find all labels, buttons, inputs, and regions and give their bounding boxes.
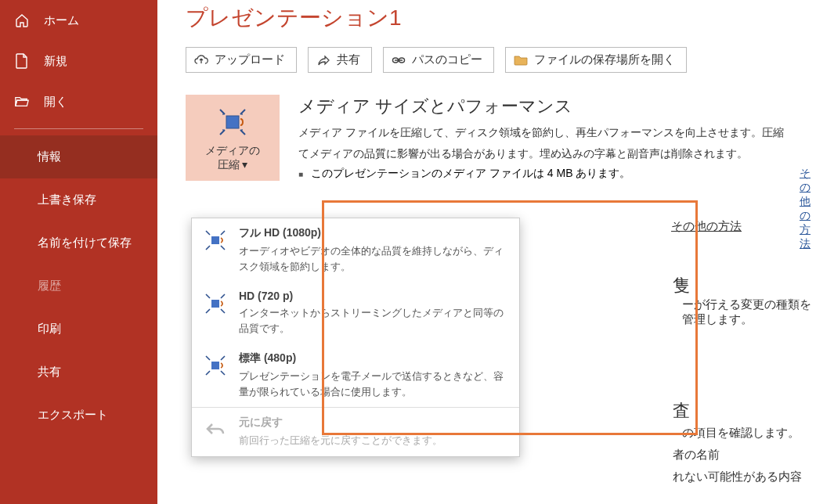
sidebar-new[interactable]: 新規: [0, 41, 157, 81]
option-title: 元に戻す: [239, 416, 442, 430]
sidebar-history[interactable]: 履歴: [0, 265, 157, 308]
option-undo: 元に戻す 前回行った圧縮を元に戻すことができます。: [192, 407, 519, 456]
option-desc: 前回行った圧縮を元に戻すことができます。: [239, 433, 442, 448]
svg-rect-3: [211, 236, 219, 244]
option-hd[interactable]: HD (720 p) インターネットからストリーミングしたメディアと同等の品質で…: [192, 282, 519, 344]
button-label: 共有: [337, 52, 360, 67]
compress-media-button[interactable]: メディアの 圧縮 ▾: [186, 95, 280, 181]
section-heading: メディア サイズとパフォーマンス: [298, 95, 816, 118]
fragment-text: の項目を確認します。: [682, 426, 800, 441]
option-desc: オーディオやビデオの全体的な品質を維持しながら、ディスク領域を節約します。: [239, 243, 508, 274]
sidebar-open[interactable]: 開く: [0, 81, 157, 122]
sidebar-separator: [14, 128, 143, 129]
fragment-text: れない可能性がある内容: [673, 470, 802, 484]
option-desc: プレゼンテーションを電子メールで送信するときなど、容量が限られている場合に使用し…: [239, 369, 508, 399]
fragment-heading: 隻: [673, 274, 690, 297]
fragment-text: ーが行える変更の種類を管理します。: [682, 297, 816, 327]
cloud-upload-icon: [194, 53, 208, 67]
option-title: フル HD (1080p): [239, 226, 508, 240]
section-desc: てメディアの品質に影響が出る場合があります。埋め込みの字幕と副音声は削除されます…: [298, 146, 816, 162]
sidebar-label: 開く: [44, 95, 67, 110]
compress-icon: [203, 228, 228, 253]
button-label-line1: メディアの: [190, 144, 276, 158]
section-desc: メディア ファイルを圧縮して、ディスク領域を節約し、再生パフォーマンスを向上させ…: [298, 124, 816, 141]
fragment-heading: 査: [673, 399, 690, 423]
svg-rect-2: [226, 116, 239, 128]
sidebar-label: ホーム: [44, 13, 79, 28]
copy-path-button[interactable]: パスのコピー: [383, 47, 494, 73]
button-label: アップロード: [215, 52, 285, 67]
option-title: 標準 (480p): [239, 351, 508, 365]
svg-rect-5: [211, 362, 219, 369]
compress-icon: [203, 291, 228, 316]
link-icon: [392, 53, 406, 67]
other-methods-link-fragment[interactable]: その他の方法: [671, 219, 742, 234]
backstage-sidebar: ホーム 新規 開く 情報 上書き保存 名前を付けて保存 履歴 印刷 共有 エクス…: [0, 0, 157, 504]
open-location-button[interactable]: ファイルの保存場所を開く: [505, 47, 687, 73]
compress-icon: [214, 103, 251, 141]
compress-options-popup: フル HD (1080p) オーディオやビデオの全体的な品質を維持しながら、ディ…: [191, 218, 520, 457]
sidebar-export[interactable]: エクスポート: [0, 394, 157, 437]
fragment-text: 者の名前: [673, 448, 720, 463]
button-label: ファイルの保存場所を開く: [534, 52, 675, 67]
option-title: HD (720 p): [239, 290, 508, 302]
share-icon: [316, 53, 330, 67]
option-desc: インターネットからストリーミングしたメディアと同等の品質です。: [239, 305, 508, 336]
presentation-title: プレゼンテーション1: [186, 3, 816, 33]
action-bar: アップロード 共有 パスのコピー ファイルの保存場所を開く: [186, 47, 816, 73]
option-standard[interactable]: 標準 (480p) プレゼンテーションを電子メールで送信するときなど、容量が限ら…: [192, 344, 519, 407]
undo-icon: [203, 417, 228, 442]
sidebar-info[interactable]: 情報: [0, 135, 157, 178]
folder-open-icon: [14, 94, 30, 110]
media-size-bullet: このプレゼンテーションのメディア ファイルは 4 MB あります。: [298, 167, 816, 181]
folder-icon: [514, 53, 528, 67]
share-button[interactable]: 共有: [308, 47, 372, 73]
upload-button[interactable]: アップロード: [186, 47, 297, 73]
svg-rect-4: [211, 300, 219, 308]
other-methods-link[interactable]: その他の方法: [800, 167, 816, 251]
home-icon: [14, 13, 30, 28]
compress-icon: [203, 353, 228, 378]
sidebar-saveas[interactable]: 名前を付けて保存: [0, 221, 157, 265]
button-label-line2: 圧縮 ▾: [190, 158, 276, 172]
sidebar-share[interactable]: 共有: [0, 351, 157, 394]
sidebar-print[interactable]: 印刷: [0, 308, 157, 351]
file-icon: [14, 53, 30, 69]
button-label: パスのコピー: [412, 52, 482, 67]
sidebar-home[interactable]: ホーム: [0, 0, 157, 41]
option-full-hd[interactable]: フル HD (1080p) オーディオやビデオの全体的な品質を維持しながら、ディ…: [192, 218, 519, 282]
sidebar-save[interactable]: 上書き保存: [0, 178, 157, 221]
sidebar-label: 新規: [44, 54, 67, 69]
